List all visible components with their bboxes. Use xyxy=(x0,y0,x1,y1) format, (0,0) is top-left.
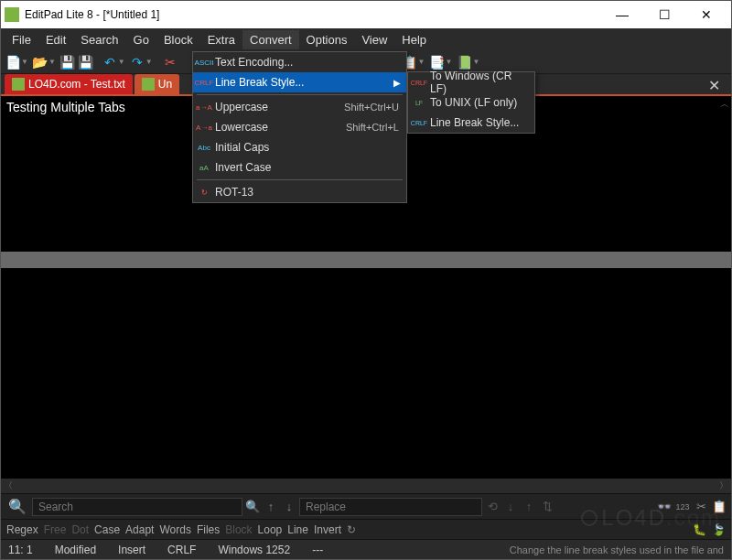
menu-help[interactable]: Help xyxy=(394,30,434,49)
search-opt-files[interactable]: Files xyxy=(197,523,220,536)
search-input[interactable] xyxy=(32,498,242,516)
menu-extra[interactable]: Extra xyxy=(200,30,242,49)
scroll-up-icon[interactable]: ︿ xyxy=(720,98,729,111)
cut-icon[interactable]: ✂ xyxy=(693,499,709,515)
menu-item-initial-caps[interactable]: AbcInitial Caps xyxy=(193,137,406,157)
search-opt-block[interactable]: Block xyxy=(225,523,252,536)
redo-icon[interactable]: ↷ xyxy=(129,54,145,70)
file-icon xyxy=(12,78,25,91)
tool-icon[interactable]: 🍃 xyxy=(712,523,726,536)
menu-convert[interactable]: Convert xyxy=(242,30,299,49)
menu-item-label: Text Encoding... xyxy=(215,56,406,69)
maximize-button[interactable]: ☐ xyxy=(643,1,685,28)
menu-item-rot-13[interactable]: ↻ROT-13 xyxy=(193,182,406,202)
search-opt-invert[interactable]: Invert xyxy=(314,523,341,536)
search-opt-regex[interactable]: Regex xyxy=(6,523,38,536)
tab-label: Un xyxy=(158,78,172,91)
tool-icon[interactable]: 🐛 xyxy=(693,523,706,536)
dropdown-icon[interactable]: ▼ xyxy=(446,58,453,66)
menu-block[interactable]: Block xyxy=(156,30,200,49)
menu-item-label: Invert Case xyxy=(215,161,406,174)
search-opt-line[interactable]: Line xyxy=(287,523,308,536)
dropdown-icon[interactable]: ▼ xyxy=(48,58,56,66)
count-icon[interactable]: 123 xyxy=(674,499,691,515)
dropdown-icon[interactable]: ▼ xyxy=(21,58,28,66)
status-hint: Change the line break styles used in the… xyxy=(510,544,724,555)
menu-item-invert-case[interactable]: aAInvert Case xyxy=(193,157,406,178)
submenu-item-to-unix-lf-only[interactable]: LFTo UNIX (LF only) xyxy=(408,92,534,113)
submenu-item-to-windows-cr-lf[interactable]: CRLFTo Windows (CR LF) xyxy=(408,72,534,92)
undo-icon[interactable]: ↶ xyxy=(102,54,118,70)
replace-icon[interactable]: ⟲ xyxy=(484,499,501,515)
replace-input[interactable] xyxy=(299,498,482,516)
submenu-arrow-icon: ▶ xyxy=(393,78,406,88)
menu-search[interactable]: Search xyxy=(73,30,125,49)
menu-item-icon: CRLF xyxy=(408,120,430,126)
menu-item-lowercase[interactable]: A→aLowercaseShift+Ctrl+L xyxy=(193,117,406,137)
editor-content: Testing Multiple Tabs xyxy=(6,100,125,114)
window-title: EditPad Lite 8 - [*Untitled 1] xyxy=(25,8,601,21)
menu-item-line-break-style[interactable]: CRLFLine Break Style...▶ xyxy=(193,72,406,92)
search-prev-icon[interactable]: 🔍 xyxy=(244,499,261,515)
menu-options[interactable]: Options xyxy=(299,30,355,49)
menu-item-icon: CRLF xyxy=(193,79,215,87)
menu-item-uppercase[interactable]: a→AUppercaseShift+Ctrl+U xyxy=(193,97,406,117)
tab-file-1[interactable]: LO4D.com - Test.txt xyxy=(5,74,133,94)
menu-item-icon: Abc xyxy=(193,144,215,152)
menu-item-label: Lowercase xyxy=(215,121,346,134)
search-opt-adapt[interactable]: Adapt xyxy=(125,523,154,536)
replace-icon[interactable]: ↑ xyxy=(521,499,537,515)
minimize-button[interactable]: — xyxy=(601,1,643,28)
menu-item-icon: A→a xyxy=(193,124,215,132)
scroll-right-icon[interactable]: 〉 xyxy=(716,479,731,492)
line-break-submenu: CRLFTo Windows (CR LF)LFTo UNIX (LF only… xyxy=(407,71,535,134)
menu-view[interactable]: View xyxy=(354,30,394,49)
search-opt-loop[interactable]: Loop xyxy=(258,523,283,536)
search-down-icon[interactable]: ↓ xyxy=(281,499,297,515)
dropdown-icon[interactable]: ▼ xyxy=(418,58,425,66)
app-icon xyxy=(5,7,19,22)
tab-close-button[interactable]: ✕ xyxy=(701,77,727,94)
menu-item-label: To Windows (CR LF) xyxy=(430,70,534,95)
horizontal-scrollbar[interactable]: 〈 〉 xyxy=(1,479,731,493)
search-opt-free[interactable]: Free xyxy=(44,523,67,536)
copy-icon[interactable]: 📋 xyxy=(711,499,727,515)
save-all-icon[interactable]: 💾 xyxy=(78,54,94,70)
search-icon[interactable]: 🔍 xyxy=(5,498,30,515)
dropdown-icon[interactable]: ▼ xyxy=(118,58,125,66)
submenu-item-line-break-style[interactable]: CRLFLine Break Style... xyxy=(408,113,534,133)
menu-item-shortcut: Shift+Ctrl+U xyxy=(344,102,406,113)
replace-icon[interactable]: ↓ xyxy=(502,499,519,515)
menu-go[interactable]: Go xyxy=(126,30,156,49)
close-button[interactable]: ✕ xyxy=(685,1,727,28)
menubar: FileEditSearchGoBlockExtraConvertOptions… xyxy=(1,28,731,50)
menu-item-icon: LF xyxy=(408,100,430,106)
search-opt-case[interactable]: Case xyxy=(94,523,120,536)
tool-icon[interactable]: 📑 xyxy=(429,54,446,70)
cut-icon[interactable]: ✂ xyxy=(162,54,178,70)
new-file-icon[interactable]: 📄 xyxy=(5,54,21,70)
menu-item-icon: ↻ xyxy=(193,188,215,197)
save-icon[interactable]: 💾 xyxy=(59,54,76,70)
open-file-icon[interactable]: 📂 xyxy=(32,54,48,70)
cursor-position: 11: 1 xyxy=(8,544,33,556)
insert-mode: Insert xyxy=(118,544,145,556)
search-opt-dot[interactable]: Dot xyxy=(71,523,89,536)
searchbar: 🔍 🔍 ↑ ↓ ⟲ ↓ ↑ ⇅ 👓 123 ✂ 📋 xyxy=(1,493,731,519)
tab-file-2[interactable]: Un xyxy=(135,74,179,94)
convert-menu: ASCIIText Encoding...CRLFLine Break Styl… xyxy=(192,51,407,203)
scroll-left-icon[interactable]: 〈 xyxy=(1,479,16,492)
menu-item-text-encoding[interactable]: ASCIIText Encoding... xyxy=(193,52,406,72)
menu-item-label: Initial Caps xyxy=(215,141,406,154)
line-ending: CRLF xyxy=(167,544,196,556)
highlight-icon[interactable]: 👓 xyxy=(656,499,673,515)
dropdown-icon[interactable]: ▼ xyxy=(145,58,153,66)
dropdown-icon[interactable]: ▼ xyxy=(472,58,479,66)
search-up-icon[interactable]: ↑ xyxy=(263,499,279,515)
replace-all-icon[interactable]: ⇅ xyxy=(539,499,555,515)
refresh-icon[interactable]: ↻ xyxy=(347,523,356,536)
tool-icon[interactable]: 📗 xyxy=(456,54,472,70)
menu-edit[interactable]: Edit xyxy=(38,30,73,49)
menu-file[interactable]: File xyxy=(5,30,38,49)
search-opt-words[interactable]: Words xyxy=(159,523,190,536)
